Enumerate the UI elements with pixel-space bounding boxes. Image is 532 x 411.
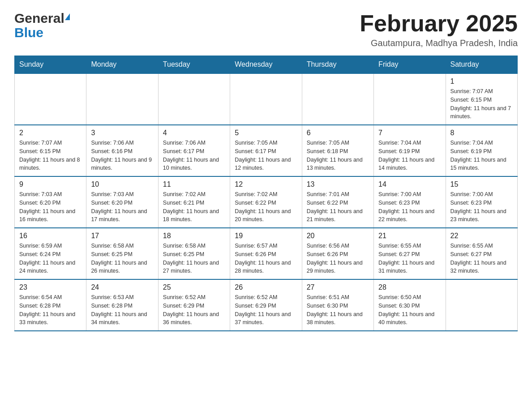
day-number: 26 <box>235 283 297 291</box>
calendar-day-cell <box>86 73 158 125</box>
calendar-table: SundayMondayTuesdayWednesdayThursdayFrid… <box>14 56 518 331</box>
day-info: Sunrise: 7:03 AM Sunset: 6:20 PM Dayligh… <box>91 190 153 224</box>
logo-general-text: General <box>14 11 64 26</box>
day-number: 22 <box>450 232 513 240</box>
day-info: Sunrise: 6:53 AM Sunset: 6:28 PM Dayligh… <box>91 293 153 327</box>
day-info: Sunrise: 6:51 AM Sunset: 6:30 PM Dayligh… <box>307 293 369 327</box>
day-number: 15 <box>450 180 513 188</box>
calendar-day-cell: 5Sunrise: 7:05 AM Sunset: 6:17 PM Daylig… <box>230 125 302 176</box>
day-number: 23 <box>19 283 82 291</box>
day-number: 21 <box>378 232 441 240</box>
calendar-day-cell: 8Sunrise: 7:04 AM Sunset: 6:19 PM Daylig… <box>446 125 517 176</box>
calendar-week-row: 2Sunrise: 7:07 AM Sunset: 6:15 PM Daylig… <box>15 125 518 176</box>
calendar-day-cell: 1Sunrise: 7:07 AM Sunset: 6:15 PM Daylig… <box>446 73 517 125</box>
day-number: 3 <box>91 129 153 137</box>
day-number: 16 <box>19 232 82 240</box>
calendar-day-cell: 11Sunrise: 7:02 AM Sunset: 6:21 PM Dayli… <box>158 176 230 228</box>
calendar-day-cell: 28Sunrise: 6:50 AM Sunset: 6:30 PM Dayli… <box>374 279 446 331</box>
day-info: Sunrise: 7:07 AM Sunset: 6:15 PM Dayligh… <box>450 87 513 121</box>
day-number: 13 <box>307 180 369 188</box>
day-number: 17 <box>91 232 153 240</box>
calendar-day-cell: 4Sunrise: 7:06 AM Sunset: 6:17 PM Daylig… <box>158 125 230 176</box>
calendar-day-cell: 21Sunrise: 6:55 AM Sunset: 6:27 PM Dayli… <box>374 228 446 279</box>
day-info: Sunrise: 6:52 AM Sunset: 6:29 PM Dayligh… <box>235 293 297 327</box>
day-info: Sunrise: 7:05 AM Sunset: 6:18 PM Dayligh… <box>307 139 369 172</box>
calendar-day-cell: 7Sunrise: 7:04 AM Sunset: 6:19 PM Daylig… <box>374 125 446 176</box>
day-number: 5 <box>235 129 297 137</box>
calendar-day-cell <box>158 73 230 125</box>
day-number: 1 <box>450 77 513 86</box>
page-title: February 2025 <box>360 11 518 36</box>
day-info: Sunrise: 7:04 AM Sunset: 6:19 PM Dayligh… <box>378 139 441 172</box>
day-number: 10 <box>91 180 153 188</box>
page-subtitle: Gautampura, Madhya Pradesh, India <box>360 38 518 48</box>
day-info: Sunrise: 6:55 AM Sunset: 6:27 PM Dayligh… <box>450 242 513 275</box>
calendar-day-cell: 12Sunrise: 7:02 AM Sunset: 6:22 PM Dayli… <box>230 176 302 228</box>
day-info: Sunrise: 7:06 AM Sunset: 6:16 PM Dayligh… <box>91 139 153 172</box>
day-info: Sunrise: 6:54 AM Sunset: 6:28 PM Dayligh… <box>19 293 82 327</box>
calendar-week-row: 23Sunrise: 6:54 AM Sunset: 6:28 PM Dayli… <box>15 279 518 331</box>
calendar-day-cell: 2Sunrise: 7:07 AM Sunset: 6:15 PM Daylig… <box>15 125 86 176</box>
calendar-week-row: 9Sunrise: 7:03 AM Sunset: 6:20 PM Daylig… <box>15 176 518 228</box>
day-info: Sunrise: 6:58 AM Sunset: 6:25 PM Dayligh… <box>91 242 153 275</box>
day-info: Sunrise: 6:58 AM Sunset: 6:25 PM Dayligh… <box>163 242 225 275</box>
day-info: Sunrise: 7:01 AM Sunset: 6:22 PM Dayligh… <box>307 190 369 224</box>
day-number: 12 <box>235 180 297 188</box>
calendar-day-cell: 15Sunrise: 7:00 AM Sunset: 6:23 PM Dayli… <box>446 176 517 228</box>
day-number: 9 <box>19 180 82 188</box>
day-number: 25 <box>163 283 225 291</box>
logo-blue-text: Blue <box>14 25 43 40</box>
logo-arrow-icon <box>65 13 70 20</box>
page-header: General Blue February 2025 Gautampura, M… <box>14 11 518 48</box>
calendar-day-cell <box>230 73 302 125</box>
day-info: Sunrise: 6:59 AM Sunset: 6:24 PM Dayligh… <box>19 242 82 275</box>
calendar-weekday-header: Tuesday <box>158 56 230 74</box>
calendar-day-cell: 10Sunrise: 7:03 AM Sunset: 6:20 PM Dayli… <box>86 176 158 228</box>
day-info: Sunrise: 7:03 AM Sunset: 6:20 PM Dayligh… <box>19 190 82 224</box>
calendar-day-cell: 3Sunrise: 7:06 AM Sunset: 6:16 PM Daylig… <box>86 125 158 176</box>
calendar-weekday-header: Sunday <box>15 56 86 74</box>
day-info: Sunrise: 7:00 AM Sunset: 6:23 PM Dayligh… <box>450 190 513 224</box>
day-number: 4 <box>163 129 225 137</box>
calendar-day-cell <box>15 73 86 125</box>
calendar-day-cell: 27Sunrise: 6:51 AM Sunset: 6:30 PM Dayli… <box>302 279 373 331</box>
calendar-day-cell: 18Sunrise: 6:58 AM Sunset: 6:25 PM Dayli… <box>158 228 230 279</box>
day-number: 2 <box>19 129 82 137</box>
calendar-day-cell: 26Sunrise: 6:52 AM Sunset: 6:29 PM Dayli… <box>230 279 302 331</box>
calendar-day-cell: 14Sunrise: 7:00 AM Sunset: 6:23 PM Dayli… <box>374 176 446 228</box>
day-number: 8 <box>450 129 513 137</box>
calendar-day-cell: 23Sunrise: 6:54 AM Sunset: 6:28 PM Dayli… <box>15 279 86 331</box>
logo: General Blue <box>14 11 70 40</box>
day-number: 11 <box>163 180 225 188</box>
calendar-day-cell <box>374 73 446 125</box>
calendar-day-cell: 20Sunrise: 6:56 AM Sunset: 6:26 PM Dayli… <box>302 228 373 279</box>
day-info: Sunrise: 6:50 AM Sunset: 6:30 PM Dayligh… <box>378 293 441 327</box>
calendar-day-cell: 17Sunrise: 6:58 AM Sunset: 6:25 PM Dayli… <box>86 228 158 279</box>
calendar-day-cell: 19Sunrise: 6:57 AM Sunset: 6:26 PM Dayli… <box>230 228 302 279</box>
calendar-weekday-header: Friday <box>374 56 446 74</box>
day-info: Sunrise: 6:55 AM Sunset: 6:27 PM Dayligh… <box>378 242 441 275</box>
day-number: 19 <box>235 232 297 240</box>
calendar-day-cell: 22Sunrise: 6:55 AM Sunset: 6:27 PM Dayli… <box>446 228 517 279</box>
calendar-day-cell: 16Sunrise: 6:59 AM Sunset: 6:24 PM Dayli… <box>15 228 86 279</box>
day-number: 20 <box>307 232 369 240</box>
calendar-weekday-header: Thursday <box>302 56 373 74</box>
calendar-day-cell: 9Sunrise: 7:03 AM Sunset: 6:20 PM Daylig… <box>15 176 86 228</box>
day-number: 7 <box>378 129 441 137</box>
title-block: February 2025 Gautampura, Madhya Pradesh… <box>360 11 518 48</box>
day-number: 6 <box>307 129 369 137</box>
day-info: Sunrise: 6:56 AM Sunset: 6:26 PM Dayligh… <box>307 242 369 275</box>
calendar-day-cell: 24Sunrise: 6:53 AM Sunset: 6:28 PM Dayli… <box>86 279 158 331</box>
calendar-weekday-header: Wednesday <box>230 56 302 74</box>
calendar-day-cell: 25Sunrise: 6:52 AM Sunset: 6:29 PM Dayli… <box>158 279 230 331</box>
day-info: Sunrise: 7:06 AM Sunset: 6:17 PM Dayligh… <box>163 139 225 172</box>
day-info: Sunrise: 6:52 AM Sunset: 6:29 PM Dayligh… <box>163 293 225 327</box>
calendar-day-cell <box>302 73 373 125</box>
calendar-week-row: 1Sunrise: 7:07 AM Sunset: 6:15 PM Daylig… <box>15 73 518 125</box>
calendar-day-cell: 6Sunrise: 7:05 AM Sunset: 6:18 PM Daylig… <box>302 125 373 176</box>
calendar-week-row: 16Sunrise: 6:59 AM Sunset: 6:24 PM Dayli… <box>15 228 518 279</box>
calendar-weekday-header: Saturday <box>446 56 517 74</box>
day-info: Sunrise: 7:04 AM Sunset: 6:19 PM Dayligh… <box>450 139 513 172</box>
day-info: Sunrise: 7:02 AM Sunset: 6:22 PM Dayligh… <box>235 190 297 224</box>
day-number: 28 <box>378 283 441 291</box>
